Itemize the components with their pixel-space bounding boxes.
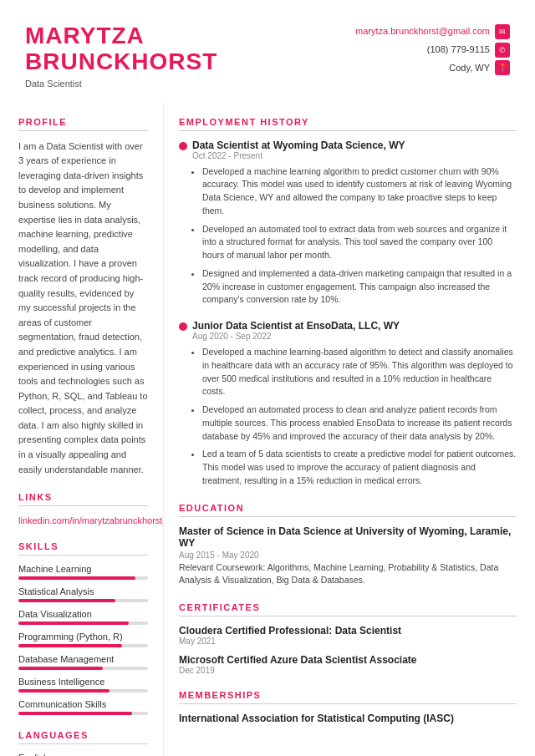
skill-bar-fill (18, 667, 103, 670)
job-date: Oct 2022 - Present (192, 151, 517, 160)
skill-name: Machine Learning (18, 564, 148, 574)
resume-document: MARYTZA BRUNCKHORST Data Scientist maryt… (0, 0, 535, 756)
links-section-title: LINKS (18, 492, 148, 506)
job-title: Data Scientist (25, 79, 217, 89)
skill-item: Business Intelligence (18, 677, 148, 693)
links-block: linkedin.com/in/marytzabrunckhorst (18, 515, 148, 526)
job-bullets: Developed a machine learning algorithm t… (192, 165, 517, 307)
skill-name: Data Visualization (18, 609, 148, 619)
certificates-section-title: CERTIFICATES (179, 602, 517, 616)
skill-name: Business Intelligence (18, 677, 148, 687)
certificate-name: Microsoft Certified Azure Data Scientist… (179, 654, 517, 666)
phone-contact: (108) 779-9115 ✆ (355, 42, 510, 58)
skill-bar-fill (18, 622, 129, 625)
edu-degree: Master of Science in Data Science at Uni… (179, 525, 517, 549)
language-name: English (18, 753, 148, 756)
skill-name: Programming (Python, R) (18, 632, 148, 642)
skill-item: Programming (Python, R) (18, 632, 148, 647)
skill-bar-fill (18, 689, 110, 693)
location-icon: 📍 (495, 60, 510, 75)
location-contact: Cody, WY 📍 (355, 60, 510, 77)
skill-bar-bg (18, 599, 148, 602)
job-date: Aug 2020 - Sep 2022 (192, 332, 517, 341)
certificate-block: Microsoft Certified Azure Data Scientist… (179, 654, 517, 675)
membership-name: International Association for Statistica… (179, 713, 517, 724)
job-dot (179, 322, 187, 331)
location-text: Cody, WY (449, 60, 490, 77)
certificate-name: Cloudera Certified Professional: Data Sc… (179, 625, 517, 637)
certificate-date: Dec 2019 (179, 666, 517, 675)
skill-name: Communication Skills (18, 699, 148, 709)
skill-name: Statistical Analysis (18, 586, 148, 596)
job-heading: Data Scientist at Wyoming Data Science, … (192, 140, 405, 151)
job-bullets: Developed a machine learning-based algor… (192, 346, 517, 488)
jobs-list: Data Scientist at Wyoming Data Science, … (179, 140, 517, 488)
resume-header: MARYTZA BRUNCKHORST Data Scientist maryt… (0, 0, 535, 102)
job-bullet: Designed and implemented a data-driven m… (202, 267, 517, 307)
skill-bar-bg (18, 667, 148, 670)
skill-bar-bg (18, 622, 148, 625)
job-heading: Junior Data Scientist at EnsoData, LLC, … (192, 320, 400, 332)
certificates-list: Cloudera Certified Professional: Data Sc… (179, 625, 517, 675)
memberships-list: International Association for Statistica… (179, 713, 517, 724)
skill-item: Machine Learning (18, 564, 148, 580)
skill-bar-fill (18, 644, 122, 647)
job-bullet: Led a team of 5 data scientists to creat… (202, 448, 517, 487)
skill-name: Database Management (18, 654, 148, 664)
employment-section-title: EMPLOYMENT HISTORY (179, 117, 517, 131)
job-block: Data Scientist at Wyoming Data Science, … (179, 140, 517, 307)
job-block: Junior Data Scientist at EnsoData, LLC, … (179, 320, 517, 488)
job-title-line: Junior Data Scientist at EnsoData, LLC, … (179, 320, 517, 332)
job-bullet: Developed a machine learning-based algor… (202, 346, 517, 398)
phone-text: (108) 779-9115 (427, 42, 490, 58)
phone-icon: ✆ (495, 43, 510, 58)
main-content: PROFILE I am a Data Scientist with over … (0, 102, 535, 756)
email-link[interactable]: marytza.brunckhorst@gmail.com (355, 23, 490, 40)
edu-coursework: Relevant Coursework: Algorithms, Machine… (179, 561, 517, 588)
full-name: MARYTZA BRUNCKHORST (25, 23, 217, 75)
email-icon: ✉ (495, 24, 510, 39)
right-column: EMPLOYMENT HISTORY Data Scientist at Wyo… (163, 102, 535, 756)
certificate-block: Cloudera Certified Professional: Data Sc… (179, 625, 517, 646)
languages-section-title: LANGUAGES (18, 730, 148, 744)
profile-text: I am a Data Scientist with over 3 years … (18, 140, 148, 478)
linkedin-link[interactable]: linkedin.com/in/marytzabrunckhorst (18, 515, 162, 525)
left-column: PROFILE I am a Data Scientist with over … (0, 102, 163, 756)
skill-item: Data Visualization (18, 609, 148, 625)
skills-section-title: SKILLS (18, 541, 148, 556)
skill-item: Statistical Analysis (18, 586, 148, 602)
name-block: MARYTZA BRUNCKHORST Data Scientist (25, 23, 217, 89)
skill-bar-bg (18, 576, 148, 580)
profile-section-title: PROFILE (18, 117, 148, 131)
certificate-date: May 2021 (179, 637, 517, 646)
skill-bar-fill (18, 576, 135, 580)
job-bullet: Developed an automated tool to extract d… (202, 223, 517, 262)
education-section-title: EDUCATION (179, 503, 517, 517)
skill-bar-bg (18, 712, 148, 715)
job-dot (179, 142, 187, 150)
job-title-line: Data Scientist at Wyoming Data Science, … (179, 140, 517, 151)
language-item: English (18, 753, 148, 756)
skill-item: Database Management (18, 654, 148, 670)
skill-bar-bg (18, 689, 148, 693)
skill-item: Communication Skills (18, 699, 148, 715)
contact-block: marytza.brunckhorst@gmail.com ✉ (108) 77… (355, 23, 510, 76)
languages-list: English (18, 753, 148, 756)
skill-bar-fill (18, 712, 132, 715)
skills-list: Machine Learning Statistical Analysis Da… (18, 564, 148, 715)
email-contact: marytza.brunckhorst@gmail.com ✉ (355, 23, 510, 40)
skill-bar-bg (18, 644, 148, 647)
memberships-section-title: MEMBERSHIPS (179, 690, 517, 704)
job-bullet: Developed a machine learning algorithm t… (202, 165, 517, 218)
education-block: Master of Science in Data Science at Uni… (179, 525, 517, 588)
skill-bar-fill (18, 599, 115, 602)
job-bullet: Developed an automated process to clean … (202, 403, 517, 443)
edu-date: Aug 2015 - May 2020 (179, 551, 517, 560)
